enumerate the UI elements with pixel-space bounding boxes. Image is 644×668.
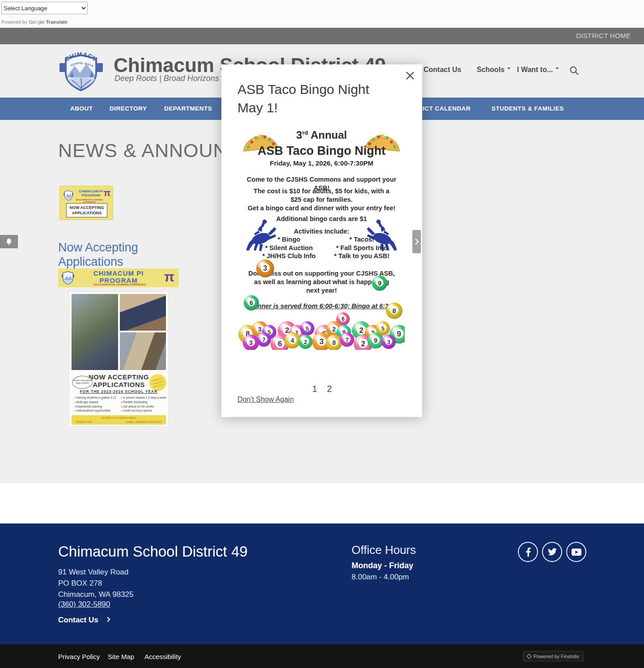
dont-show-again-link[interactable]: Don't Show Again: [237, 396, 294, 404]
office-hours-days: Monday - Friday: [352, 561, 413, 570]
pi-program-flyer: NOW ACCEPTING APPLICATIONS Family Inform…: [69, 292, 168, 426]
google-translate-bar: Select Language Powered by Google Transl…: [0, 0, 644, 28]
flyer-dinner-note: *Dinner is served from 6:00-6:30; Bingo …: [238, 302, 405, 310]
article-thumbnail[interactable]: CHIMACUM PI PROGRAM AN ALTERNATIVE LEARN…: [59, 186, 113, 220]
announcement-modal: ASB Taco Bingo Night May 1!: [221, 64, 422, 417]
bingo-balls-row: 835215629235937642387293: [238, 315, 405, 350]
google-logo-text[interactable]: Google: [29, 19, 45, 25]
banner-subtitle: AN ALTERNATIVE LEARNING EXPERIENCE: [80, 283, 160, 286]
pi-program-banner: CHIMACUM PI PROGRAM AN ALTERNATIVE LEARN…: [58, 268, 179, 287]
search-icon[interactable]: [569, 66, 579, 76]
article-title-link[interactable]: Now Accepting Applications: [58, 241, 157, 269]
flyer-bullets-left: Serving students in grades 2-12 Multi-ag…: [75, 396, 119, 413]
finalsite-logo-icon: [526, 654, 531, 659]
powered-by-label: Powered by: [1, 19, 27, 25]
bell-icon: [5, 238, 13, 245]
twitter-icon: [548, 548, 557, 556]
facebook-link[interactable]: [518, 542, 538, 562]
translate-attribution: Powered by Google Translate: [1, 19, 68, 25]
bingo-ball: 7: [257, 332, 271, 347]
flyer-contact-bar: HTTPS://PI-CSD49.ORG/ (360)302-5903 JAMI…: [72, 415, 166, 425]
nav-departments[interactable]: DEPARTMENTS: [164, 105, 212, 112]
flyer-oval-note: Family Information Night 3/14/23: [72, 376, 93, 389]
language-select[interactable]: Select Language: [1, 2, 88, 14]
thumb-subtitle: AN ALTERNATIVE LEARNING EXPERIENCE: [73, 199, 106, 203]
district-home-link[interactable]: DISTRICT HOME: [576, 32, 631, 39]
activities-right: * Tacos! * Fall Sports Info * Talk to yo…: [326, 235, 398, 260]
district-logo-mini: [64, 190, 73, 201]
footer-contact-us-link[interactable]: Contact Us: [58, 616, 110, 625]
flyer-photo-top-right: [120, 294, 166, 331]
schools-dropdown[interactable]: Schools: [477, 66, 511, 74]
page: Select Language Powered by Google Transl…: [0, 0, 644, 668]
twitter-link[interactable]: [542, 542, 562, 562]
content-footer-gap: [0, 483, 644, 523]
nav-about[interactable]: ABOUT: [70, 105, 93, 112]
bingo-ball: 8: [326, 335, 342, 350]
thumb-title: CHIMACUM PI PROGRAM: [75, 190, 106, 198]
nav-directory[interactable]: DIRECTORY: [110, 105, 147, 112]
flyer-subheading: FOR THE 2023-2024 SCHOOL YEAR: [69, 389, 168, 394]
flyer-bullets-right: In person classes 1-2 days a week Flexib…: [121, 396, 167, 413]
modal-title: ASB Taco Bingo Night May 1!: [237, 81, 390, 117]
bingo-ball: 9: [372, 276, 387, 291]
site-footer: Chimacum School District 49 91 West Vall…: [0, 523, 644, 644]
youtube-link[interactable]: [566, 542, 586, 562]
powered-by-finalsite[interactable]: Powered by Finalsite: [523, 651, 584, 661]
nav-students-families[interactable]: STUDENTS & FAMILIES: [491, 105, 564, 112]
activities-left: * Bingo * Silent Auction * JH/HS Club In…: [255, 235, 322, 260]
bingo-ball: 3: [256, 260, 274, 277]
accessibility-link[interactable]: Accessibility: [144, 653, 181, 660]
modal-next-button[interactable]: [412, 230, 421, 253]
flyer-photo-left: [72, 294, 118, 370]
notification-bell-tab[interactable]: [0, 235, 18, 248]
pagination-page-2[interactable]: 2: [327, 384, 332, 394]
legal-bar: Privacy Policy Site Map Accessibility Po…: [0, 644, 644, 668]
privacy-policy-link[interactable]: Privacy Policy: [58, 653, 100, 660]
footer-phone-link[interactable]: (360) 302-5890: [58, 600, 110, 609]
pi-symbol: π: [104, 188, 110, 198]
contact-us-link[interactable]: Contact Us: [424, 66, 461, 74]
bingo-ball: 3: [381, 335, 396, 349]
footer-title: Chimacum School District 49: [58, 543, 248, 560]
taco-bingo-flyer: 3rd Annual ASB Taco Bingo Night Friday, …: [238, 125, 405, 350]
office-hours-heading: Office Hours: [352, 543, 416, 557]
district-utility-bar: DISTRICT HOME: [0, 28, 644, 44]
flyer-title: ASB Taco Bingo Night: [238, 144, 405, 158]
banner-title: CHIMACUM PI PROGRAM: [85, 270, 152, 284]
district-logo-mini: [62, 270, 74, 285]
close-icon[interactable]: [404, 70, 416, 81]
site-map-link[interactable]: Site Map: [108, 653, 134, 660]
pagination-page-1[interactable]: 1: [312, 384, 317, 394]
flyer-datetime: Friday, May 1, 2026, 6:00-7:30PM: [238, 159, 405, 167]
chevron-right-icon: [106, 617, 110, 622]
facebook-icon: [525, 548, 531, 557]
chevron-down-icon: [555, 68, 559, 71]
bingo-ball: 7: [340, 332, 354, 347]
pi-symbol: π: [164, 269, 174, 285]
bingo-ball: 3: [243, 335, 259, 350]
flyer-line3: Get a bingo card and dinner with your en…: [238, 204, 405, 213]
bingo-ball: 5: [300, 321, 314, 336]
flyer-photo-bottom-right: [120, 332, 166, 370]
flyer-line2: The cost is $10 for adults, $5 for kids,…: [238, 187, 405, 204]
office-hours-time: 8.00am - 4.00pm: [352, 573, 409, 582]
bingo-ball: 6: [244, 295, 259, 311]
i-want-to-dropdown[interactable]: I Want to...: [517, 66, 559, 74]
district-logo[interactable]: CHIMACUM SCHOOL DISTRICT: [59, 48, 104, 93]
footer-address: 91 West Valley Road PO BOX 278 Chimacum,…: [58, 566, 134, 600]
site-tagline: Deep Roots | Broad Horizons: [114, 74, 219, 83]
thumb-badge: NOW ACCEPTING APPLICATIONS: [66, 203, 107, 217]
flyer-annual: 3rd Annual: [238, 129, 405, 141]
chevron-down-icon: [507, 68, 511, 71]
activities-heading: Activities Include:: [238, 227, 405, 236]
translate-link[interactable]: Translate: [46, 19, 68, 25]
chevron-right-icon: [415, 238, 419, 245]
bingo-ball: 2: [298, 335, 313, 349]
youtube-icon: [572, 549, 581, 556]
